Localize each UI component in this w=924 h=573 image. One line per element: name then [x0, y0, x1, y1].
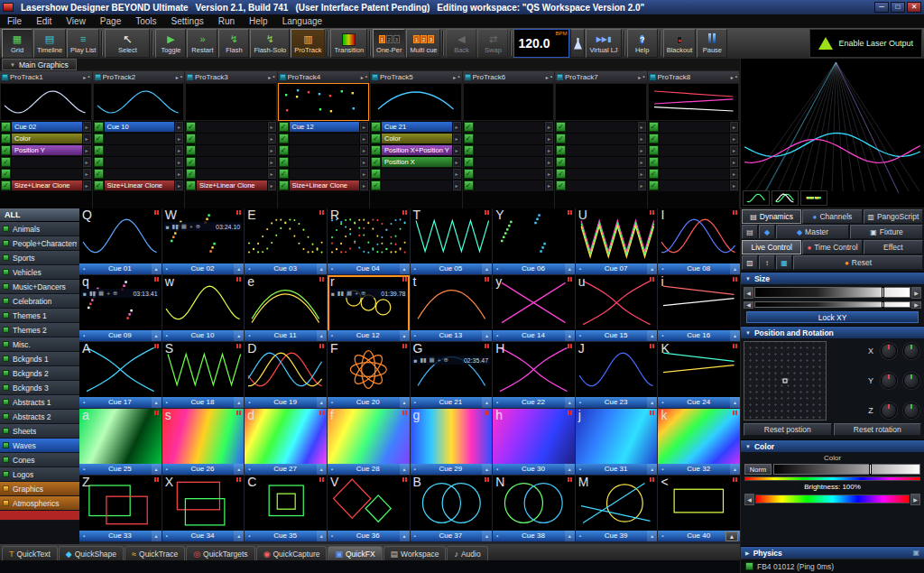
one-per-button[interactable]: 123One-Per	[373, 29, 405, 58]
track-row-empty[interactable]: ✓▸	[555, 144, 647, 156]
cue-bar-button[interactable]: ▴	[482, 263, 492, 274]
target-icon[interactable]: ⊕	[361, 290, 365, 297]
category-people-characters[interactable]: People+Characters	[0, 236, 79, 251]
check-icon[interactable]: ✓	[649, 134, 659, 143]
slider-right-button[interactable]: ▶	[910, 494, 920, 505]
track-row-empty[interactable]: ✓▸	[648, 133, 740, 144]
row-expand-button[interactable]: ▸	[83, 134, 91, 143]
protrack-header[interactable]: ProTrack4▸▪	[278, 71, 370, 83]
stop-icon[interactable]: ■	[166, 224, 170, 230]
protrack-header[interactable]: ProTrack3▸▪	[185, 71, 277, 83]
cue-bar-button[interactable]: ▴	[482, 464, 492, 475]
track-row-empty[interactable]: ✓▸	[370, 180, 462, 191]
cue-bar[interactable]: ▪Cue 01▴	[79, 263, 162, 274]
check-icon[interactable]: ✓	[371, 134, 381, 143]
cue-bar[interactable]: ▪Cue 35▴	[245, 531, 327, 541]
track-play-button[interactable]: ▸	[731, 74, 734, 80]
tab-dynamics[interactable]: ▤ Dynamics	[742, 209, 801, 224]
track-row-cue[interactable]: ✓Cue 02▸	[0, 121, 92, 133]
transition-button[interactable]: Transition	[330, 29, 367, 58]
tab-pangoscript[interactable]: ▥ PangoScript	[864, 209, 923, 224]
cue-cell-cue-35[interactable]: C▪Cue 35▴	[245, 476, 327, 541]
physics-section-header[interactable]: ▶ Physics ▣	[741, 546, 924, 559]
track-stop-button[interactable]: ▪	[365, 74, 367, 80]
cue-cell-cue-11[interactable]: e▪Cue 11▴	[245, 275, 327, 341]
track-row-size[interactable]: ✓Size+Linear Clone▸	[185, 180, 277, 191]
row-expand-button[interactable]: ▸	[83, 180, 91, 190]
stop-icon[interactable]: ■	[414, 357, 418, 364]
menu-help[interactable]: Help	[242, 14, 275, 28]
fixture-button[interactable]: ▣ Fixture	[850, 225, 923, 239]
z-speed-knob[interactable]	[903, 402, 919, 419]
slider-thumb[interactable]	[882, 301, 884, 308]
multi-cue-button[interactable]: 123Multi cue	[406, 29, 440, 58]
track-preview[interactable]	[648, 83, 740, 121]
track-play-button[interactable]: ▸	[268, 74, 271, 80]
cue-bar[interactable]: ▪Cue 12▴	[328, 330, 410, 341]
menu-edit[interactable]: Edit	[29, 14, 59, 28]
cue-bar-button[interactable]: ▴	[565, 464, 575, 475]
row-expand-button[interactable]: ▸	[638, 157, 646, 167]
row-expand-button[interactable]: ▸	[360, 134, 368, 143]
track-row-empty[interactable]: ✓▸	[463, 180, 555, 191]
position-pad[interactable]	[744, 341, 827, 421]
row-expand-button[interactable]: ▸	[545, 180, 553, 190]
track-stop-button[interactable]: ▪	[735, 74, 737, 80]
category-bckgnds-2[interactable]: Bckgnds 2	[0, 366, 79, 381]
category-red-bar[interactable]	[0, 511, 79, 521]
grid-icon[interactable]: ▦	[430, 356, 435, 364]
cue-bar[interactable]: ▪Cue 14▴	[493, 330, 575, 341]
track-row-color[interactable]: ✓Color▸	[370, 133, 462, 144]
track-play-button[interactable]: ▸	[83, 74, 86, 80]
size-slider[interactable]	[754, 287, 910, 298]
check-icon[interactable]: ✓	[371, 145, 381, 155]
check-icon[interactable]: ✓	[94, 157, 104, 167]
cue-cell-cue-20[interactable]: F▪Cue 20▴	[328, 342, 410, 408]
check-icon[interactable]: ✓	[371, 157, 381, 167]
category-atmospherics[interactable]: Atmospherics	[0, 496, 79, 511]
tab-quicktext[interactable]: TQuickText	[2, 546, 58, 560]
track-row-empty[interactable]: ✓▸	[463, 133, 555, 144]
cue-bar[interactable]: ▪Cue 29▴	[411, 464, 493, 475]
check-icon[interactable]: ✓	[649, 157, 659, 167]
cue-bar[interactable]: ▪Cue 03▴	[245, 263, 327, 274]
track-row-empty[interactable]: ✓▸	[370, 168, 462, 180]
size-slider-2[interactable]	[754, 301, 910, 308]
grid-button[interactable]: ▦Grid	[2, 29, 32, 58]
row-expand-button[interactable]: ▸	[175, 169, 183, 179]
check-icon[interactable]: ✓	[279, 180, 289, 190]
cue-cell-cue-32[interactable]: k▪Cue 32▴	[658, 409, 740, 475]
track-row-position[interactable]: ✓Position Y▸	[0, 144, 92, 156]
row-expand-button[interactable]: ▸	[175, 122, 183, 132]
slider-right-button[interactable]: ▶	[911, 287, 921, 299]
beaker-button[interactable]	[570, 29, 585, 58]
category-cones[interactable]: Cones	[0, 453, 79, 467]
track-row-empty[interactable]: ✓▸	[185, 156, 277, 168]
cue-bar[interactable]: ▪Cue 09▴	[79, 330, 162, 341]
cue-cell-cue-25[interactable]: a▪Cue 25▴	[79, 409, 162, 475]
track-row-empty[interactable]: ✓▸	[278, 156, 370, 168]
slider-left-button[interactable]: ◀	[744, 287, 753, 299]
menu-language[interactable]: Language	[275, 14, 330, 28]
track-stop-button[interactable]: ▪	[180, 74, 182, 80]
category-sports[interactable]: Sports	[0, 251, 79, 265]
color-section-header[interactable]: ▼ Color	[741, 439, 924, 452]
check-icon[interactable]: ✓	[556, 134, 566, 143]
track-row-empty[interactable]: ✓▸	[278, 144, 370, 156]
category-graphics[interactable]: Graphics	[0, 482, 79, 496]
live-control-tab[interactable]: Live Control	[742, 240, 801, 254]
category-themes-2[interactable]: Themes 2	[0, 323, 79, 337]
cue-bar-button[interactable]: ▴	[152, 330, 162, 341]
row-expand-button[interactable]: ▸	[545, 157, 553, 167]
track-play-button[interactable]: ▸	[176, 74, 179, 80]
slider-left-button[interactable]: ◀	[744, 494, 754, 505]
track-preview[interactable]	[278, 83, 370, 121]
plus-icon[interactable]: +	[189, 224, 193, 230]
scroll-up-button[interactable]: ▲	[725, 531, 738, 541]
track-row-empty[interactable]: ✓▸	[463, 144, 555, 156]
track-row-empty[interactable]: ✓▸	[278, 168, 370, 180]
cue-playback-controls[interactable]: ■▮▮▦+⊕03:24.10	[164, 222, 243, 231]
row-expand-button[interactable]: ▸	[730, 169, 738, 179]
track-row-empty[interactable]: ✓▸	[555, 168, 647, 180]
row-expand-button[interactable]: ▸	[175, 157, 183, 167]
